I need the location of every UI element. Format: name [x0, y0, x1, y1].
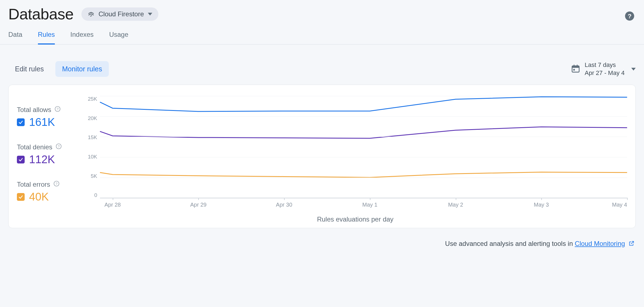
y-tick: 10K [83, 154, 97, 160]
chart-y-axis: 25K20K15K10K5K0 [83, 96, 97, 198]
database-selector[interactable]: Cloud Firestore [81, 7, 158, 21]
footer-note: Use advanced analysis and alerting tools… [0, 228, 644, 248]
chart-plot [100, 96, 627, 198]
x-tick-mark [198, 198, 199, 200]
legend-allows-value: 161K [29, 116, 55, 128]
chart-legend: Total allows ? 161K Total denies ? [17, 96, 81, 218]
firestore-icon [87, 11, 95, 18]
chevron-down-icon [148, 13, 152, 15]
legend-item-allows: Total allows ? 161K [17, 106, 81, 128]
gridline [100, 137, 627, 137]
page-title: Database [8, 5, 74, 23]
help-icon[interactable]: ? [56, 143, 62, 151]
x-tick-mark [456, 198, 456, 200]
date-range-value: Apr 27 - May 4 [585, 69, 625, 77]
check-icon [18, 157, 24, 162]
database-selector-label: Cloud Firestore [99, 10, 144, 18]
legend-denies-label: Total denies [17, 143, 52, 151]
external-link-icon [628, 240, 635, 248]
subtab-edit-rules[interactable]: Edit rules [8, 61, 50, 77]
x-tick-mark [627, 198, 628, 200]
date-range-label: Last 7 days [585, 61, 625, 69]
svg-rect-4 [574, 64, 575, 66]
chart-lines [100, 96, 627, 198]
monitor-chart-card: Total allows ? 161K Total denies ? [8, 85, 636, 228]
help-icon[interactable]: ? [53, 181, 60, 188]
svg-rect-3 [572, 66, 579, 68]
svg-text:?: ? [58, 145, 60, 149]
chart-x-axis: Apr 28Apr 29Apr 30May 1May 2May 3May 4 [100, 202, 627, 210]
x-tick: Apr 28 [104, 202, 121, 208]
x-tick: Apr 29 [190, 202, 207, 208]
x-tick-mark [541, 198, 542, 200]
x-tick-mark [284, 198, 285, 200]
tab-indexes[interactable]: Indexes [70, 31, 94, 45]
series-errors [100, 172, 627, 177]
x-tick: May 2 [448, 202, 463, 208]
x-tick: May 1 [362, 202, 377, 208]
gridline [100, 157, 627, 157]
y-tick: 25K [83, 96, 97, 102]
help-icon[interactable]: ? [55, 106, 61, 114]
chart-x-label: Rules evaluations per day [83, 215, 627, 223]
help-button[interactable]: ? [625, 11, 635, 21]
gridline [100, 178, 627, 178]
legend-item-errors: Total errors ? 40K [17, 181, 81, 203]
gridline [100, 96, 627, 96]
legend-allows-label: Total allows [17, 106, 51, 114]
date-range-picker[interactable]: Last 7 days Apr 27 - May 4 [571, 61, 636, 77]
x-tick-mark [113, 198, 113, 200]
footer-prefix: Use advanced analysis and alerting tools… [445, 240, 575, 247]
legend-errors-value: 40K [29, 191, 49, 203]
chevron-down-icon [631, 68, 636, 71]
tab-data[interactable]: Data [8, 31, 22, 45]
subtab-monitor-rules[interactable]: Monitor rules [55, 61, 109, 77]
svg-text:?: ? [56, 182, 58, 186]
y-tick: 5K [83, 173, 97, 179]
svg-text:?: ? [57, 107, 59, 111]
x-tick-mark [370, 198, 370, 200]
x-tick: Apr 30 [276, 202, 292, 208]
check-icon [18, 194, 24, 200]
svg-rect-5 [577, 64, 578, 66]
y-tick: 0 [83, 192, 97, 198]
x-tick: May 3 [534, 202, 549, 208]
series-allows [100, 97, 627, 111]
x-tick: May 4 [612, 202, 627, 208]
svg-rect-6 [573, 69, 575, 71]
chart-area: 25K20K15K10K5K0 Apr 28Apr 29Apr 30May 1M… [83, 96, 627, 218]
main-tabs: Data Rules Indexes Usage [0, 25, 644, 45]
help-icon: ? [625, 11, 635, 21]
legend-denies-value: 112K [29, 153, 55, 166]
legend-errors-label: Total errors [17, 181, 50, 188]
gridline [100, 116, 627, 117]
cloud-monitoring-link[interactable]: Cloud Monitoring [575, 240, 625, 247]
y-tick: 15K [83, 134, 97, 141]
tab-usage[interactable]: Usage [109, 31, 128, 45]
legend-allows-checkbox[interactable] [17, 118, 25, 126]
calendar-icon [571, 64, 580, 74]
legend-denies-checkbox[interactable] [17, 156, 25, 163]
rules-subtabs: Edit rules Monitor rules [8, 61, 109, 77]
check-icon [18, 119, 24, 125]
legend-item-denies: Total denies ? 112K [17, 143, 81, 166]
y-tick: 20K [83, 115, 97, 121]
svg-text:?: ? [628, 13, 632, 20]
tab-rules[interactable]: Rules [38, 31, 55, 45]
legend-errors-checkbox[interactable] [17, 193, 25, 201]
